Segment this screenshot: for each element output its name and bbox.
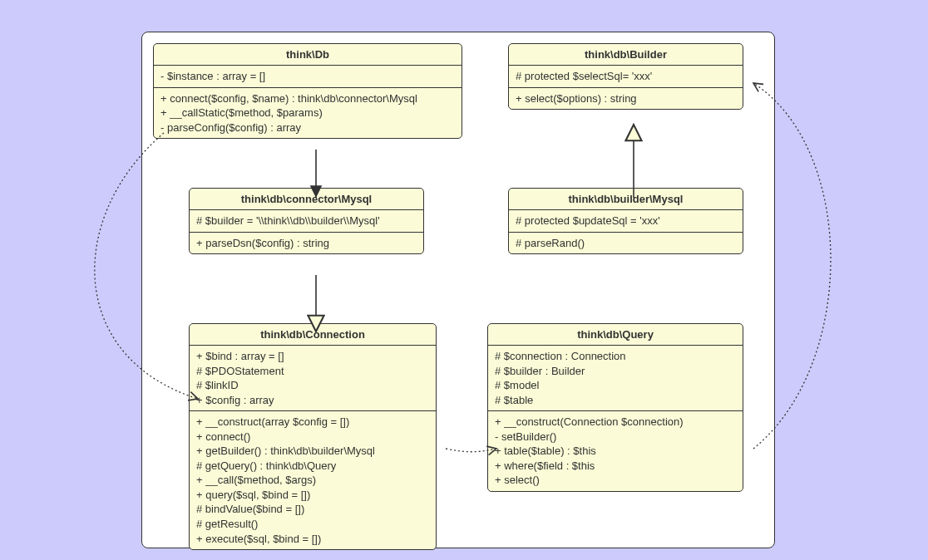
- class-db: think\Db - $instance : array = [] + conn…: [153, 43, 462, 139]
- attrs: # $builder = '\\think\\db\\builder\\Mysq…: [190, 210, 423, 233]
- class-title: think\db\builder\Mysql: [509, 189, 743, 210]
- attrs: # protected $updateSql = 'xxx': [509, 210, 743, 233]
- class-connector-mysql: think\db\connector\Mysql # $builder = '\…: [189, 188, 424, 254]
- methods: + parseDsn($config) : string: [190, 233, 423, 254]
- methods: + __construct(Connection $connection) - …: [488, 411, 743, 491]
- attrs: # protected $selectSql= 'xxx': [509, 66, 743, 88]
- class-builder-mysql: think\db\builder\Mysql # protected $upda…: [508, 188, 743, 254]
- attrs: + $bind : array = [] # $PDOStatement # $…: [190, 346, 436, 411]
- class-query: think\db\Query # $connection : Connectio…: [487, 323, 743, 492]
- class-builder: think\db\Builder # protected $selectSql=…: [508, 43, 743, 110]
- diagram-panel: think\Db - $instance : array = [] + conn…: [141, 32, 775, 548]
- class-title: think\db\connector\Mysql: [190, 189, 423, 210]
- class-title: think\db\Query: [488, 324, 743, 346]
- methods: + select($options) : string: [509, 88, 743, 110]
- methods: + __construct(array $config = []) + conn…: [190, 411, 436, 549]
- methods: # parseRand(): [509, 233, 743, 254]
- attrs: # $connection : Connection # $builder : …: [488, 346, 743, 411]
- class-connection: think\db\Connection + $bind : array = []…: [189, 323, 437, 550]
- class-title: think\db\Connection: [190, 324, 436, 346]
- attrs: - $instance : array = []: [154, 66, 462, 88]
- class-title: think\db\Builder: [509, 44, 743, 66]
- class-title: think\Db: [154, 44, 462, 66]
- uml-diagram: think\Db - $instance : array = [] + conn…: [0, 0, 928, 560]
- methods: + connect($config, $name) : think\db\con…: [154, 88, 462, 139]
